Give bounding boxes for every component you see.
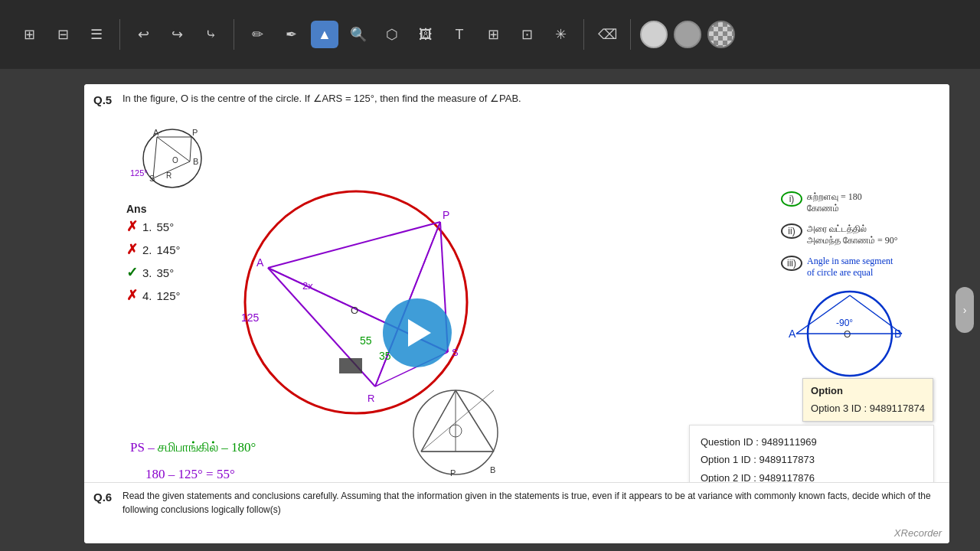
divider1	[119, 19, 120, 50]
eraser-icon[interactable]: ⌫	[593, 21, 621, 48]
undo-icon[interactable]: ↩	[129, 21, 157, 48]
ans-label: Ans	[126, 203, 146, 215]
asterisk-icon[interactable]: ✳	[547, 21, 574, 48]
svg-text:A: A	[153, 128, 159, 137]
annotation-item-3: iii) Angle in same segment of circle are…	[781, 256, 934, 279]
svg-text:R: R	[368, 393, 374, 404]
option4-value: 125°	[157, 289, 181, 302]
svg-text:B: B	[490, 465, 495, 474]
option1-number: 1.	[142, 220, 152, 233]
annotation-text-3: Angle in same segment of circle are equa…	[807, 256, 893, 279]
svg-text:O: O	[351, 305, 358, 316]
option1-id-label: Option 1 ID :	[701, 454, 756, 465]
q6-number: Q.6	[93, 491, 112, 504]
handwritten-line1: PS – சமிபாங்கில் – 180°	[130, 440, 256, 455]
svg-line-14	[268, 222, 440, 268]
svg-line-9	[190, 137, 191, 161]
toolbar: ⊞ ⊟ ☰ ↩ ↪ ⤷ ✏ ✒ ▲ 🔍 ⬡ 🖼 T ⊞ ⊡ ✳ ⌫	[0, 0, 980, 69]
blue-circle-diagram: A O B -90°	[781, 288, 934, 390]
svg-text:A: A	[256, 256, 264, 269]
option1-cross-icon: ✗	[126, 218, 138, 235]
annotation-circle-3: iii)	[781, 256, 802, 271]
search-icon[interactable]: 🔍	[345, 21, 372, 48]
handwritten-line2: 180 – 125° = 55°	[145, 467, 235, 482]
svg-text:P: P	[192, 128, 198, 137]
side-scroll-button[interactable]: ›	[956, 287, 974, 333]
svg-text:S: S	[452, 347, 459, 358]
svg-text:B: B	[193, 157, 198, 166]
option-popup: Option Option 3 ID : 9489117874	[802, 378, 933, 422]
question-id-label: Question ID :	[701, 436, 759, 448]
option-4: ✗ 4. 125°	[126, 287, 181, 304]
svg-text:P: P	[450, 468, 456, 478]
shape-icon[interactable]: ⬡	[378, 21, 406, 48]
svg-text:125: 125	[241, 311, 260, 324]
popup-option3-text: Option 3 ID : 9489117874	[811, 399, 925, 417]
watermark: XRecorder	[894, 527, 942, 539]
svg-rect-31	[339, 358, 362, 373]
svg-text:O: O	[172, 156, 178, 165]
pen-icon[interactable]: ✏	[243, 21, 271, 48]
svg-text:P: P	[443, 209, 449, 221]
annotation-circle-2: ii)	[781, 223, 802, 239]
q6-section: Q.6 Read the given statements and conclu…	[84, 482, 949, 543]
divider4	[630, 19, 631, 50]
embed-icon[interactable]: ⊡	[513, 21, 541, 48]
list-icon[interactable]: ☰	[83, 21, 110, 48]
option2-number: 2.	[142, 243, 152, 256]
annotation-text-1: சுற்றளவு = 180 கோணம்	[807, 191, 862, 214]
q6-text: Read the given statements and conclusion…	[122, 489, 940, 517]
option1-value: 55°	[157, 220, 175, 233]
redo-icon[interactable]: ↪	[163, 21, 191, 48]
paper-area: Q.5 In the figure, O is the centre of th…	[84, 84, 949, 543]
option-3: ✓ 3. 35°	[126, 264, 181, 281]
option3-number: 3.	[142, 266, 152, 279]
answer-options: ✗ 1. 55° ✗ 2. 145° ✓ 3. 35° ✗ 4. 125	[126, 218, 181, 310]
option3-check-icon: ✓	[126, 264, 138, 281]
highlighter-icon[interactable]: ▲	[311, 21, 338, 48]
svg-text:-90°: -90°	[836, 318, 853, 328]
annotation-text-2: அரை வட்டத்தில் அமைந்த கோணம் = 90°	[807, 223, 898, 246]
color-swatch-checker[interactable]	[707, 21, 735, 48]
question-id-value: 9489111969	[762, 436, 817, 448]
small-circle-diagram: A P B S O R 125°	[126, 119, 218, 195]
table-icon[interactable]: ⊞	[479, 21, 507, 48]
option3-value: 35°	[157, 266, 175, 279]
option1-id-row: Option 1 ID : 9489117873	[701, 451, 923, 468]
small-polygon-diagram: P B	[406, 383, 505, 482]
option-1: ✗ 1. 55°	[126, 218, 181, 235]
grid-icon[interactable]: ⊟	[49, 21, 77, 48]
lasso-icon[interactable]: ⤷	[197, 21, 224, 48]
svg-line-44	[421, 390, 456, 452]
q5-section: Q.5 In the figure, O is the centre of th…	[84, 84, 949, 520]
svg-text:55: 55	[360, 334, 372, 347]
option2-cross-icon: ✗	[126, 241, 138, 258]
svg-line-8	[153, 137, 157, 178]
svg-line-48	[421, 390, 494, 452]
color-swatch-medium[interactable]	[674, 21, 701, 48]
question-id-row: Question ID : 9489111969	[701, 433, 923, 451]
color-swatch-light[interactable]	[640, 21, 668, 48]
svg-text:S: S	[149, 174, 155, 183]
svg-text:O: O	[844, 329, 851, 340]
svg-line-45	[456, 390, 494, 452]
option4-cross-icon: ✗	[126, 287, 138, 304]
svg-text:R: R	[166, 171, 172, 180]
divider2	[234, 19, 234, 50]
option2-value: 145°	[157, 243, 181, 256]
annotation-item-2: ii) அரை வட்டத்தில் அமைந்த கோணம் = 90°	[781, 223, 934, 246]
image-icon[interactable]: 🖼	[412, 21, 439, 48]
option-2: ✗ 2. 145°	[126, 241, 181, 258]
annotation-circle-1: i)	[781, 191, 802, 207]
text-icon[interactable]: T	[446, 21, 473, 48]
svg-text:A: A	[789, 328, 796, 340]
popup-option-label: Option	[811, 382, 925, 399]
option4-number: 4.	[142, 289, 152, 302]
play-button[interactable]	[383, 298, 452, 367]
marker-icon[interactable]: ✒	[277, 21, 305, 48]
q5-text: In the figure, O is the centre of the ci…	[122, 92, 942, 106]
grid-plus-icon[interactable]: ⊞	[15, 21, 43, 48]
play-triangle-icon	[408, 319, 431, 347]
divider3	[583, 19, 584, 50]
q5-number: Q.5	[93, 93, 112, 106]
